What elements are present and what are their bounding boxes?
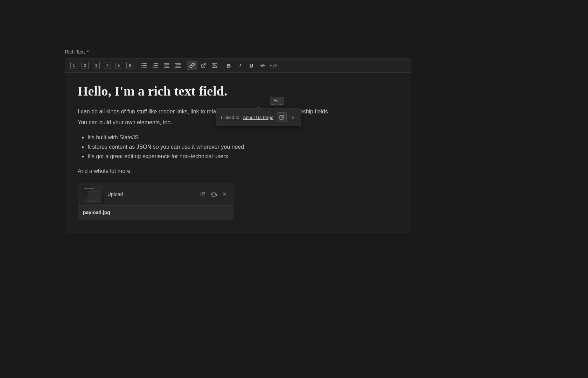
image-edit-button[interactable]: [199, 191, 207, 197]
bold-button[interactable]: B: [224, 61, 234, 70]
field-required: *: [87, 49, 89, 55]
svg-rect-1: [143, 63, 147, 64]
heading4-button[interactable]: 4: [102, 61, 113, 70]
image-remove-button[interactable]: [221, 191, 228, 197]
field-label-row: Rich Text *: [65, 49, 588, 55]
link-button[interactable]: [187, 61, 197, 70]
bold-label: B: [227, 63, 231, 69]
svg-line-20: [203, 63, 205, 66]
tooltip-linked-to: Linked to: [221, 115, 239, 120]
h4-badge: 4: [104, 62, 111, 69]
svg-rect-11: [154, 67, 158, 68]
editor-toolbar: 1 2 3 4 5 6: [65, 58, 411, 73]
render-links-link[interactable]: render links: [159, 108, 188, 114]
h3-badge: 3: [93, 62, 100, 69]
bullet-item-3: It's got a great editing experience for …: [88, 152, 398, 161]
svg-rect-7: [154, 63, 158, 64]
content-heading: Hello, I'm a rich text field.: [78, 83, 398, 99]
svg-point-4: [141, 67, 142, 68]
svg-point-22: [213, 64, 214, 65]
heading6-button[interactable]: 6: [125, 61, 135, 70]
para1-prefix: I can do all kinds of fun stuff like: [78, 108, 159, 114]
image-preview-inner: Payload: [83, 186, 104, 203]
underline-button[interactable]: U: [246, 61, 257, 70]
payload-logo: Payload: [84, 187, 94, 190]
h2-badge: 2: [82, 62, 89, 69]
tooltip-link-target[interactable]: About Us Page: [243, 115, 273, 120]
italic-button[interactable]: I: [235, 61, 245, 70]
link-tooltip: Edit Linked to About Us Page ×: [216, 108, 301, 126]
toolbar-divider-2: [185, 62, 185, 69]
svg-rect-3: [143, 65, 147, 66]
tooltip-close-button[interactable]: ×: [290, 114, 296, 121]
svg-point-2: [141, 65, 142, 66]
content-paragraph-3: And a whole lot more.: [78, 167, 398, 176]
image-button[interactable]: [209, 61, 220, 70]
bullet-item-2: It stores content as JSON so you can use…: [88, 142, 398, 152]
heading1-button[interactable]: 1: [69, 61, 79, 70]
italic-label: I: [239, 63, 241, 68]
svg-rect-21: [212, 63, 217, 68]
upload-label: Upload: [107, 191, 195, 197]
field-label: Rich Text: [65, 49, 85, 55]
tooltip-edit-button[interactable]: [277, 112, 287, 122]
image-block: Payload Upload: [78, 183, 233, 219]
h1-badge: 1: [70, 62, 77, 69]
rich-text-editor: 1 2 3 4 5 6: [65, 58, 411, 232]
svg-rect-9: [154, 65, 158, 66]
h6-badge: 6: [126, 62, 133, 69]
toolbar-divider-1: [137, 62, 137, 69]
open-in-new-button[interactable]: [198, 61, 209, 70]
editor-content-area[interactable]: Hello, I'm a rich text field. I can do a…: [65, 73, 411, 232]
image-block-footer: payload.jpg: [78, 206, 233, 219]
toolbar-divider-3: [222, 62, 222, 69]
strikethrough-button[interactable]: [257, 61, 268, 70]
para1-middle: ,: [188, 108, 191, 114]
image-block-header: Payload Upload: [78, 183, 233, 206]
bullet-item-1: It's built with SlateJS: [88, 133, 398, 142]
indent-button[interactable]: [161, 61, 172, 70]
heading5-button[interactable]: 5: [113, 61, 124, 70]
image-actions: [199, 191, 228, 197]
code-label: </>: [270, 63, 278, 68]
payload-screenshot-thumb: [88, 191, 101, 202]
image-swap-button[interactable]: [210, 191, 218, 197]
heading2-button[interactable]: 2: [80, 61, 90, 70]
image-preview: Payload: [83, 186, 104, 203]
bullet-list-button[interactable]: [139, 61, 149, 70]
heading3-button[interactable]: 3: [91, 61, 102, 70]
h5-badge: 5: [115, 62, 122, 69]
content-bullet-list: It's built with SlateJS It stores conten…: [78, 133, 398, 161]
svg-line-24: [202, 192, 205, 195]
code-button[interactable]: </>: [268, 61, 279, 70]
outdent-button[interactable]: [173, 61, 183, 70]
svg-rect-5: [143, 67, 147, 68]
svg-point-0: [141, 63, 142, 64]
svg-text:3.: 3.: [153, 66, 154, 68]
numbered-list-button[interactable]: 1. 2. 3.: [150, 61, 161, 70]
underline-label: U: [250, 63, 253, 68]
image-filename: payload.jpg: [83, 210, 110, 215]
